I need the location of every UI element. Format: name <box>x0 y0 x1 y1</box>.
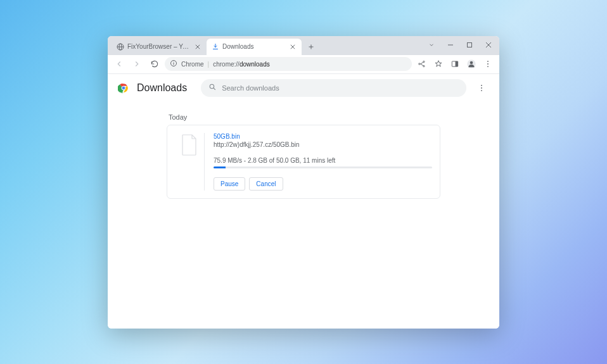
tab-title: FixYourBrowser – Your Trusted C… <box>127 43 192 50</box>
svg-point-29 <box>481 87 482 89</box>
url-host: chrome:// <box>213 61 240 68</box>
toolbar-actions <box>414 56 495 72</box>
back-button[interactable] <box>112 56 127 72</box>
svg-point-22 <box>487 66 489 67</box>
svg-point-21 <box>487 63 489 65</box>
site-info-icon[interactable] <box>170 60 177 68</box>
tab-title: Downloads <box>222 43 287 50</box>
download-status: 75.9 MB/s - 2.8 GB of 50.0 GB, 11 mins l… <box>214 157 432 164</box>
search-placeholder: Search downloads <box>222 84 279 92</box>
tab-inactive[interactable]: FixYourBrowser – Your Trusted C… <box>112 39 207 55</box>
page-content: Downloads Search downloads Today 50GB.bi… <box>108 74 499 329</box>
window-controls <box>422 37 499 53</box>
url-divider: | <box>208 61 210 68</box>
svg-point-20 <box>487 61 489 62</box>
share-icon[interactable] <box>414 56 430 72</box>
search-icon <box>208 83 217 92</box>
svg-point-30 <box>481 90 482 91</box>
file-icon-column <box>175 133 204 191</box>
download-body: 50GB.bin http://2w)dfkjj.257.cz/50GB.bin… <box>204 133 432 191</box>
forward-button[interactable] <box>129 56 144 72</box>
bookmark-icon[interactable] <box>431 56 446 72</box>
toolbar: Chrome | chrome://downloads <box>108 55 499 74</box>
svg-line-27 <box>214 88 215 90</box>
download-filename[interactable]: 50GB.bin <box>214 133 432 140</box>
omnibox[interactable]: Chrome | chrome://downloads <box>165 57 412 71</box>
profile-icon[interactable] <box>464 56 479 72</box>
reload-button[interactable] <box>147 56 162 72</box>
minimize-button[interactable] <box>441 37 460 53</box>
page-title: Downloads <box>137 82 187 94</box>
maximize-button[interactable] <box>460 37 479 53</box>
side-panel-icon[interactable] <box>447 56 463 72</box>
chrome-logo-icon <box>118 82 129 94</box>
new-tab-button[interactable] <box>304 40 318 54</box>
globe-icon <box>117 43 124 51</box>
svg-point-19 <box>470 61 473 65</box>
svg-rect-10 <box>468 42 472 47</box>
browser-window: FixYourBrowser – Your Trusted C… Downloa… <box>108 36 499 329</box>
download-icon <box>212 43 219 51</box>
tab-strip: FixYourBrowser – Your Trusted C… Downloa… <box>108 36 422 55</box>
close-button[interactable] <box>479 37 498 53</box>
svg-point-28 <box>481 84 482 85</box>
section-label: Today <box>169 113 499 121</box>
menu-icon[interactable] <box>480 56 495 72</box>
close-icon[interactable] <box>195 44 201 50</box>
download-card: 50GB.bin http://2w)dfkjj.257.cz/50GB.bin… <box>167 125 440 199</box>
download-actions: Pause Cancel <box>214 177 432 191</box>
svg-rect-17 <box>456 61 458 66</box>
page-menu-icon[interactable] <box>474 80 489 96</box>
page-header: Downloads Search downloads <box>108 74 499 102</box>
progress-bar <box>214 166 432 168</box>
url-chrome-label: Chrome <box>181 61 204 68</box>
progress-fill <box>214 166 226 168</box>
svg-point-26 <box>210 84 214 89</box>
download-source-url: http://2w)dfkjj.257.cz/50GB.bin <box>214 141 432 148</box>
tab-active[interactable]: Downloads <box>207 39 302 55</box>
cancel-button[interactable]: Cancel <box>249 177 283 191</box>
pause-button[interactable]: Pause <box>214 177 245 191</box>
search-input[interactable]: Search downloads <box>201 79 466 97</box>
chevron-down-icon[interactable] <box>422 37 441 53</box>
close-icon[interactable] <box>290 44 297 50</box>
url-path: downloads <box>240 61 270 68</box>
titlebar: FixYourBrowser – Your Trusted C… Downloa… <box>108 36 499 55</box>
file-icon <box>181 134 198 156</box>
